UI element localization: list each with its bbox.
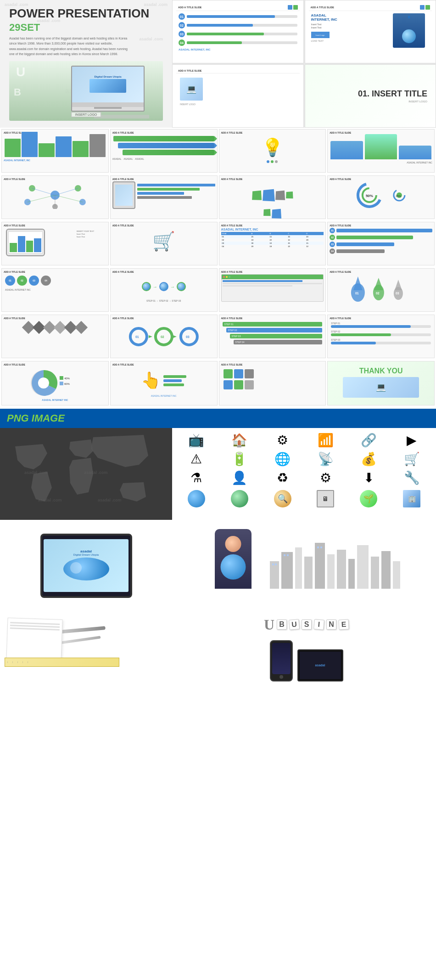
num-item-4: 04 [179,39,297,46]
laptop-globe [63,558,109,580]
tablet-desc: INSERT YOUR TEXTInsert TextInsert Text [77,230,104,238]
dot-3 [275,160,278,163]
slide-bar-visual: ASADAL INTERNET, INC [4,135,106,168]
svg-rect-49 [304,557,313,589]
insert-logo-btn[interactable]: Insert Logo [311,32,330,38]
slide-pie-visual: 40% 40% 60% ASADAL INTERNET INC [4,367,106,400]
step-num-2: 02 [330,235,335,240]
cs-2: 02 [17,276,27,286]
company-globe-content: ASADALINTERNET, INC Insert TextInsert Te… [309,11,432,50]
slide-hand-visual: 👆 ASADAL INTERNET INC [112,367,215,400]
paper-1 [6,618,62,661]
slide-title-label-2: ADD A TITLE SLIDE [311,6,335,9]
slide-tablet-bars: ADD A TITLE SLIDE INSERT YOUR TEXTInsert… [1,222,109,265]
globe-3d-icon [177,490,216,507]
b-line-2 [223,283,323,284]
tile-B: B [277,620,287,630]
tablet-screen-bars [8,231,43,253]
slide-hex-visual [4,321,106,354]
laptop-brand: asadal [63,549,109,553]
insert-logo-label: INSERT LOGO [180,103,196,106]
browser-dot-2 [226,276,228,278]
step-4: 04 [330,248,432,254]
pb-3-fill [331,342,376,344]
share-icon: 🔗 [349,433,388,448]
arrow-blue-1 [118,143,214,148]
pb-1-bg [331,325,431,328]
laptop-big: asadal Digital Dream Utopia [40,534,132,598]
slide-hand: ADD A TITLE SLIDE 👆 ASADAL INTERNET INC [110,361,218,406]
svg-rect-52 [337,550,346,589]
progress-bars-group: STEP 01 STEP 02 STEP 03 [330,321,432,346]
slide-browser: ADD A TITLE SLIDE [219,268,326,312]
bar-1 [5,139,21,157]
slide-tablet-label: ADD A TITLE SLIDE [112,178,215,180]
battery-icon: 🔋 [220,451,259,467]
slide-3d-cubes: ADD A TITLE SLIDE [219,175,326,219]
city-svg [265,534,403,589]
icons-map-area: asadal .com asadal .com asadal .com asad… [0,428,436,520]
slide-table-visual: ASADAL INTERNET, INC ITEM A B C D 01 25 … [221,228,324,261]
svg-marker-29 [149,335,152,338]
cart-icon: 🛒 [152,231,175,252]
tv-icon: 📺 [177,433,216,448]
slide-cubes-visual [221,181,324,214]
td-1-5: 20 [305,235,324,238]
cart-icon-2: 🛒 [392,451,431,467]
slide-row-5: ADD A TITLE SLIDE ADD A TITLE SLIDE [0,313,436,360]
hero-mockup: asadal .com U B Digital Dream Utopia INS… [9,61,163,121]
wrench-icon: 🔧 [392,470,431,485]
svg-rect-60 [284,554,285,556]
col-2 [365,134,397,159]
num-item-2: 02 [179,22,297,28]
glasses-icon: 🔍 [263,490,302,507]
company-text-side: ASADALINTERNET, INC Insert TextInsert Te… [311,13,391,48]
slide-progress-label: ADD A TITLE SLIDE [330,317,432,320]
arrow-tip-1 [214,136,217,141]
svg-line-7 [55,188,78,195]
td-4-1: 04 [221,245,251,248]
insert-title-content: 💻 INSERT LOGO [176,73,300,110]
slide-row-6: ADD A TITLE SLIDE 40% 40% 60% ASADAL INT… [0,360,436,407]
svg-rect-56 [381,551,391,589]
pb-3-label: STEP 03 [331,338,431,341]
slide-cart-visual: 🛒 [112,228,215,261]
td-2-4: 12 [287,238,305,242]
bar-3 [39,143,55,157]
svg-marker-30 [173,335,177,338]
plant-sphere: 🌱 [360,490,377,507]
b-line-1 [223,280,302,282]
asadal-pie: ASADAL INTERNET INC [4,399,106,401]
slide-water-drops: ADD A TITLE SLIDE 01 02 03 [327,268,435,312]
cube-6 [272,209,282,219]
bar-5 [73,141,89,157]
slide-ph-1-visual [221,367,324,400]
company-name: ASADALINTERNET, INC [311,13,391,22]
slide-header-2: ADD A TITLE SLIDE [309,4,432,11]
slide-globe-process-visual: → → STEP 01 → STEP 02 → STEP 03 [112,274,215,307]
letter-tiles-area: U B U S I N E asadal [181,616,431,681]
step-num-1: 01 [330,228,335,233]
ph-sq-2 [234,369,243,378]
slide-process-visual: 01 02 03 [112,321,215,354]
th-1: ITEM [221,232,251,235]
slide-circles-label: ADD A TITLE SLIDE [330,178,432,180]
letter-U-big: U [264,616,274,633]
cs-footer: ASADAL INTERNET INC [5,288,105,291]
pb-1-label: STEP 01 [331,322,431,325]
tile-S: S [302,620,312,630]
t-bar-1 [137,184,215,186]
slide-pie-label: ADD A TITLE SLIDE [4,363,106,366]
cart-center: 🛒 [112,228,215,255]
monitor-small: 🖥 [317,490,334,507]
slide-lightbulb: ADD A TITLE SLIDE 💡 [219,129,326,173]
slide-lightbulb-label: ADD A TITLE SLIDE [221,131,324,134]
slide-table: ADD A TITLE SLIDE ASADAL INTERNET, INC I… [219,222,326,265]
browser-content [222,279,324,288]
hero-subtitle: Asadal has been running one of the bigge… [9,36,163,56]
svg-rect-50 [315,543,325,589]
slide-stepped: ADD A TITLE SLIDE 01 02 03 [327,222,435,265]
slide-title-label-3: ADD A TITLE SLIDE [178,69,202,72]
ruler-5: | [28,661,28,663]
monitor-screen: Digital Dream Utopia [72,67,144,102]
